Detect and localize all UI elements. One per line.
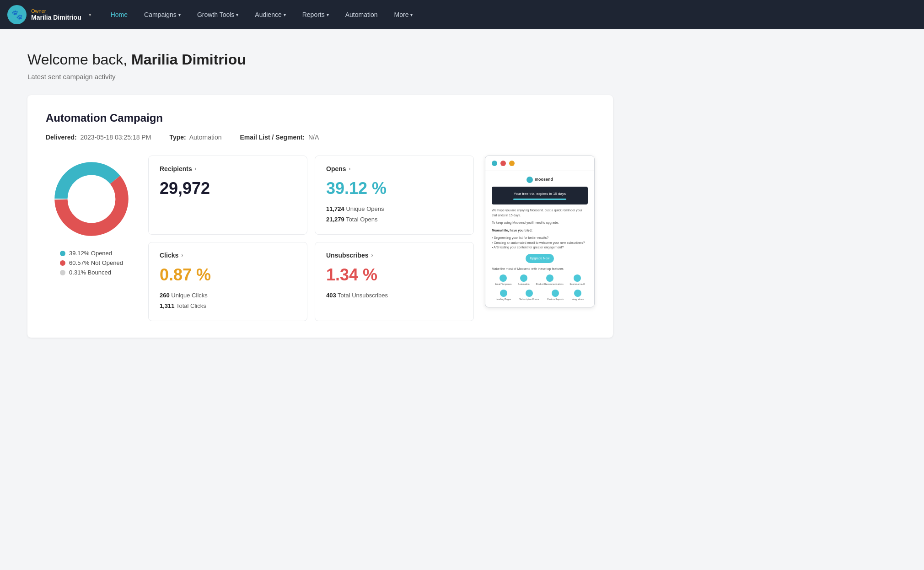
bounced-dot [60, 270, 65, 275]
opens-sub: 11,724 Unique Opens 21,279 Total Opens [326, 204, 462, 225]
stat-box-recipients: Recipients › 29,972 [148, 156, 307, 235]
clicks-chevron: › [181, 252, 183, 258]
stat-box-opens: Opens › 39.12 % 11,724 Unique Opens 21,2… [315, 156, 474, 235]
stat-boxes: Recipients › 29,972 Opens › 39.12 % 11,7… [148, 156, 474, 321]
campaigns-arrow: ▾ [178, 12, 181, 17]
stat-box-unsubscribes: Unsubscribes › 1.34 % 403 Total Unsubscr… [315, 242, 474, 321]
stat-box-clicks: Clicks › 0.87 % 260 Unique Clicks 1,311 … [148, 242, 307, 321]
preview-upgrade-btn[interactable]: Upgrade Now [526, 254, 554, 263]
clicks-value: 0.87 % [160, 265, 296, 285]
nav-item-reports[interactable]: Reports ▾ [294, 0, 337, 29]
titlebar-dot-teal [492, 161, 497, 166]
nav-item-automation[interactable]: Automation [337, 0, 386, 29]
nav-brand[interactable]: 🐾 Owner Marilia Dimitriou ▾ [7, 5, 91, 24]
preview-icon-ecommerce: Ecommerce AI [570, 274, 585, 286]
email-preview-body: moosend Your free trial expires in 15 da… [485, 171, 594, 307]
audience-arrow: ▾ [284, 12, 286, 17]
ecommerce-icon [574, 274, 581, 282]
campaign-meta: Delivered: 2023-05-18 03:25:18 PM Type: … [46, 134, 595, 141]
preview-icon-templates: Email Templates [495, 274, 512, 286]
avatar: 🐾 [7, 5, 27, 24]
preview-icon-automation: Automation [518, 274, 529, 286]
moosend-icon [526, 177, 533, 183]
preview-features-label: Make the most of Moosend with these top … [492, 267, 588, 272]
nav-item-more[interactable]: More ▾ [386, 0, 421, 29]
landing-icon [500, 290, 507, 297]
opens-value: 39.12 % [326, 179, 462, 198]
nav-item-growth-tools[interactable]: Growth Tools ▾ [189, 0, 247, 29]
preview-banner-bar [513, 199, 566, 200]
legend-not-opened: 60.57% Not Opened [60, 259, 123, 266]
campaign-title: Automation Campaign [46, 112, 595, 124]
preview-banner: Your free trial expires in 15 days [492, 187, 588, 204]
email-preview-titlebar [485, 156, 594, 171]
donut-chart [48, 156, 135, 242]
recommendations-icon [546, 274, 553, 282]
titlebar-dot-yellow [509, 161, 515, 166]
preview-icons-row-2: Landing Pages Subscription Forms Custom … [492, 290, 588, 301]
growth-tools-arrow: ▾ [236, 12, 238, 17]
titlebar-dot-red [500, 161, 506, 166]
navbar: 🐾 Owner Marilia Dimitriou ▾ Home Campaig… [0, 0, 924, 29]
unsubscribes-header[interactable]: Unsubscribes › [326, 252, 462, 259]
automation-icon [520, 274, 527, 282]
preview-icon-subscription: Subscription Forms [519, 290, 539, 301]
owner-name: Marilia Dimitriou [31, 14, 81, 21]
type-field: Type: Automation [169, 134, 221, 141]
opens-header[interactable]: Opens › [326, 165, 462, 172]
preview-icon-integrations: Integrations [572, 290, 584, 301]
brand-info: Owner Marilia Dimitriou [31, 8, 81, 21]
donut-legend: 39.12% Opened 60.57% Not Opened 0.31% Bo… [60, 250, 123, 276]
unsubscribes-sub: 403 Total Unsubscribes [326, 290, 462, 301]
nav-item-campaigns[interactable]: Campaigns ▾ [136, 0, 189, 29]
unsubscribes-chevron: › [371, 252, 373, 258]
recipients-value: 29,972 [160, 179, 296, 198]
preview-icon-recommendations: Product Recommendations [536, 274, 563, 286]
integrations-icon [574, 290, 581, 297]
recipients-header[interactable]: Recipients › [160, 165, 296, 172]
stats-area: 39.12% Opened 60.57% Not Opened 0.31% Bo… [46, 156, 595, 321]
unsubscribes-value: 1.34 % [326, 265, 462, 285]
nav-items: Home Campaigns ▾ Growth Tools ▾ Audience… [102, 0, 917, 29]
opened-dot [60, 251, 65, 256]
clicks-sub: 260 Unique Clicks 1,311 Total Clicks [160, 290, 296, 312]
preview-text-1: We hope you are enjoying Moosend. Just a… [492, 208, 588, 218]
owner-label: Owner [31, 8, 81, 14]
delivered-field: Delivered: 2023-05-18 03:25:18 PM [46, 134, 151, 141]
nav-item-audience[interactable]: Audience ▾ [247, 0, 294, 29]
recipients-chevron: › [195, 166, 197, 172]
nav-item-home[interactable]: Home [102, 0, 136, 29]
welcome-subtitle: Latest sent campaign activity [27, 73, 613, 81]
preview-logo: moosend [492, 177, 588, 183]
preview-icon-landing: Landing Pages [496, 290, 511, 301]
clicks-header[interactable]: Clicks › [160, 252, 296, 259]
preview-text-2: To keep using Moosend you'll need to upg… [492, 220, 588, 226]
legend-opened: 39.12% Opened [60, 250, 123, 257]
preview-text-4: • Segmenting your list for better result… [492, 236, 588, 250]
svg-point-3 [68, 175, 116, 223]
page-content: Welcome back, Marilia Dimitriou Latest s… [0, 29, 640, 360]
custom-reports-icon [552, 290, 559, 297]
email-list-field: Email List / Segment: N/A [240, 134, 319, 141]
reports-arrow: ▾ [327, 12, 329, 17]
preview-text-3: Meanwhile, have you tried: [492, 228, 588, 233]
preview-icons-row: Email Templates Automation Product Recom… [492, 274, 588, 286]
welcome-heading: Welcome back, Marilia Dimitriou [27, 51, 613, 68]
email-preview: moosend Your free trial expires in 15 da… [485, 156, 595, 307]
opens-chevron: › [349, 166, 351, 172]
preview-icon-custom-reports: Custom Reports [547, 290, 564, 301]
not-opened-dot [60, 260, 65, 266]
legend-bounced: 0.31% Bounced [60, 269, 123, 276]
more-arrow: ▾ [410, 12, 413, 17]
brand-dropdown-arrow[interactable]: ▾ [89, 12, 91, 18]
subscription-icon [526, 290, 533, 297]
campaign-card: Automation Campaign Delivered: 2023-05-1… [27, 95, 613, 338]
donut-container: 39.12% Opened 60.57% Not Opened 0.31% Bo… [46, 156, 137, 276]
templates-icon [500, 274, 507, 282]
